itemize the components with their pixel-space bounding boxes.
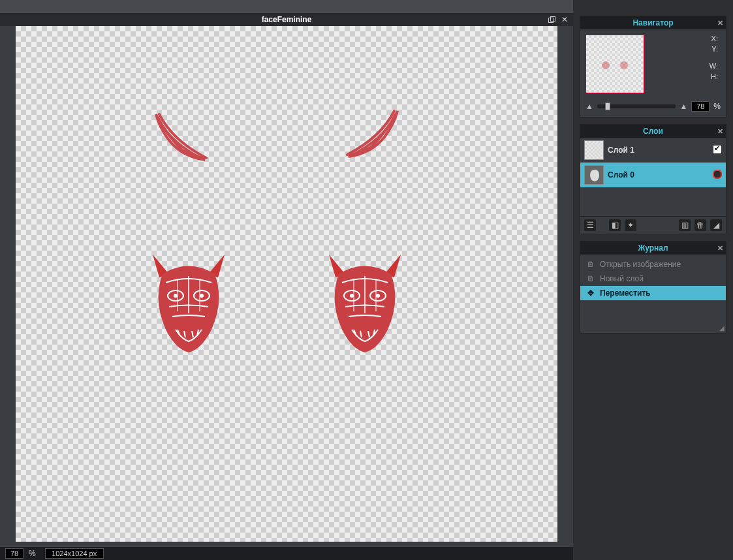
layers-resize-grip-icon[interactable]: ◢ <box>710 219 722 231</box>
main-area: faceFeminine ✕ <box>0 0 573 560</box>
navigator-panel: Навигатор ✕ X: Y: W: H: ▲ ▲ 78 % <box>580 16 726 117</box>
layer-name-label: Слой 0 <box>608 170 709 179</box>
navigator-x-label: X: <box>648 35 721 42</box>
navigator-zoom-value[interactable]: 78 <box>691 101 710 112</box>
menu-bar-spacer <box>0 0 573 13</box>
layers-toolbar: ☰ ◧ ✦ ▥ 🗑 ◢ <box>580 216 726 234</box>
history-close-icon[interactable]: ✕ <box>717 244 723 253</box>
canvas-container <box>0 26 573 547</box>
history-item-label: Открыть изображение <box>600 260 681 269</box>
history-row[interactable]: 🗎 Новый слой <box>580 272 726 286</box>
document-title: faceFeminine <box>262 15 312 24</box>
history-row[interactable]: ✥ Переместить <box>580 286 726 300</box>
layer-row[interactable]: Слой 0 <box>580 163 726 187</box>
navigator-h-label: H: <box>648 72 721 80</box>
artwork-mask-right <box>322 251 407 356</box>
status-dimensions: 1024x1024 px <box>45 548 104 559</box>
layer-thumbnail[interactable] <box>584 140 604 160</box>
layer-row[interactable]: Слой 1 <box>580 138 726 163</box>
navigator-info: X: Y: W: H: <box>648 35 721 93</box>
zoom-out-icon[interactable]: ▲ <box>585 102 593 111</box>
layer-visibility-toggle[interactable] <box>713 145 722 156</box>
history-item-label: Переместить <box>600 288 651 298</box>
history-newlayer-icon: 🗎 <box>585 274 596 283</box>
zoom-in-icon[interactable]: ▲ <box>679 102 687 111</box>
history-row[interactable]: 🗎 Открыть изображение <box>580 257 726 272</box>
svg-point-5 <box>200 294 204 298</box>
navigator-y-label: Y: <box>648 45 721 53</box>
layer-thumbnail[interactable] <box>584 165 604 185</box>
navigator-title: Навигатор <box>632 18 673 27</box>
maximize-icon[interactable] <box>547 15 556 24</box>
svg-point-4 <box>174 294 178 298</box>
history-move-icon: ✥ <box>585 288 596 298</box>
new-layer-icon[interactable]: ▥ <box>679 219 691 231</box>
navigator-zoom-slider[interactable] <box>597 104 676 108</box>
history-panel: Журнал ✕ 🗎 Открыть изображение 🗎 Новый с… <box>580 241 726 334</box>
history-list: 🗎 Открыть изображение 🗎 Новый слой ✥ Пер… <box>580 255 726 333</box>
close-icon[interactable]: ✕ <box>560 15 569 24</box>
navigator-close-icon[interactable]: ✕ <box>717 19 723 27</box>
artwork-horn-left <box>146 104 225 170</box>
layer-mask-icon[interactable]: ◧ <box>609 219 621 231</box>
layer-name-label: Слой 1 <box>608 146 709 155</box>
navigator-w-label: W: <box>648 62 721 70</box>
artwork-mask-left <box>146 251 231 356</box>
status-zoom-value[interactable]: 78 <box>5 548 23 559</box>
svg-point-9 <box>376 294 380 298</box>
status-zoom-unit: % <box>29 549 36 558</box>
navigator-thumbnail[interactable] <box>585 35 644 93</box>
history-resize-grip-icon[interactable]: ◢ <box>719 324 725 332</box>
history-title: Журнал <box>638 243 668 253</box>
history-item-label: Новый слой <box>600 274 644 283</box>
layer-fx-icon[interactable]: ✦ <box>625 219 636 231</box>
layer-visibility-toggle[interactable] <box>713 170 722 181</box>
layers-list: Слой 1 Слой 0 <box>580 138 726 216</box>
layers-title: Слои <box>643 127 663 136</box>
layer-settings-icon[interactable]: ☰ <box>584 219 596 231</box>
layers-close-icon[interactable]: ✕ <box>717 127 723 136</box>
canvas[interactable] <box>16 26 557 542</box>
svg-point-8 <box>350 294 354 298</box>
navigator-zoom-unit: % <box>713 102 721 111</box>
right-panels: Навигатор ✕ X: Y: W: H: ▲ ▲ 78 % Слои <box>573 0 733 560</box>
history-open-icon: 🗎 <box>585 260 596 269</box>
document-titlebar: faceFeminine ✕ <box>0 13 573 26</box>
status-bar: 78 % 1024x1024 px <box>0 547 573 560</box>
artwork-horn-right <box>329 101 407 166</box>
layers-panel: Слои ✕ Слой 1 Слой 0 ☰ ◧ ✦ ▥ 🗑 ◢ <box>580 124 726 234</box>
delete-layer-icon[interactable]: 🗑 <box>694 219 706 231</box>
